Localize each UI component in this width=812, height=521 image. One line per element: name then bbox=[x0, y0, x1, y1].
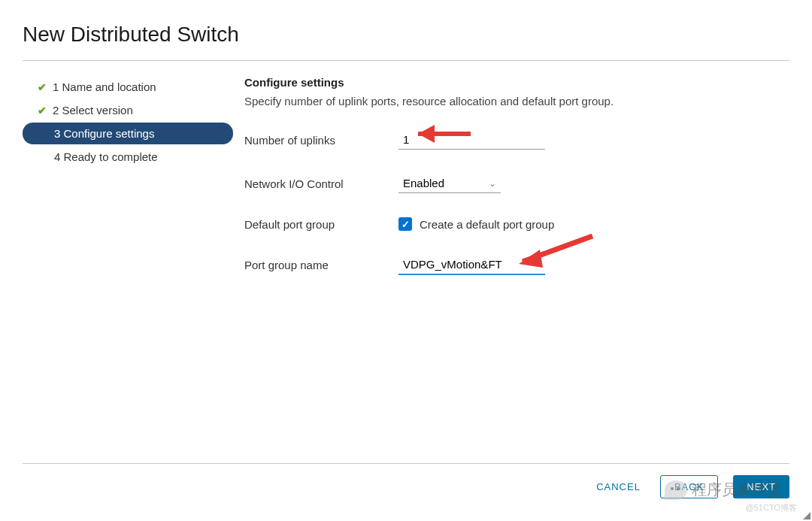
back-button[interactable]: BACK bbox=[660, 475, 718, 498]
nioc-label: Network I/O Control bbox=[244, 177, 398, 190]
chevron-down-icon: ⌄ bbox=[489, 178, 496, 189]
check-icon: ✔ bbox=[38, 105, 47, 117]
watermark-bottom: @51CTO博客 bbox=[746, 502, 797, 513]
step-label: 4 Ready to complete bbox=[54, 150, 158, 163]
check-icon: ✔ bbox=[38, 81, 47, 93]
row-default-port-group: Default port group ✓ Create a default po… bbox=[244, 217, 789, 231]
row-nioc: Network I/O Control Enabled ⌄ bbox=[244, 174, 789, 193]
default-pg-label: Default port group bbox=[244, 218, 398, 231]
default-pg-checkbox[interactable]: ✓ bbox=[398, 217, 412, 231]
uplinks-label: Number of uplinks bbox=[244, 134, 398, 147]
step-configure-settings[interactable]: 3 Configure settings bbox=[23, 123, 233, 144]
step-label: 1 Name and location bbox=[53, 80, 156, 93]
resize-handle-icon[interactable] bbox=[803, 512, 810, 519]
default-pg-checkbox-label: Create a default port group bbox=[420, 218, 554, 231]
pg-name-label: Port group name bbox=[244, 259, 398, 271]
step-ready-complete[interactable]: 4 Ready to complete bbox=[23, 146, 233, 168]
dialog-footer: CANCEL BACK NEXT bbox=[23, 463, 789, 498]
section-description: Specify number of uplink ports, resource… bbox=[244, 95, 789, 108]
pg-name-input[interactable] bbox=[398, 255, 545, 275]
cancel-button[interactable]: CANCEL bbox=[592, 475, 645, 498]
divider bbox=[23, 60, 789, 61]
dialog-title: New Distributed Switch bbox=[23, 23, 789, 47]
section-heading: Configure settings bbox=[244, 76, 789, 89]
step-label: 3 Configure settings bbox=[54, 127, 154, 140]
next-button[interactable]: NEXT bbox=[733, 475, 789, 498]
nioc-value: Enabled bbox=[403, 177, 444, 189]
row-port-group-name: Port group name bbox=[244, 255, 789, 275]
step-select-version[interactable]: ✔ 2 Select version bbox=[23, 99, 233, 121]
step-label: 2 Select version bbox=[53, 104, 133, 117]
wizard-steps: ✔ 1 Name and location ✔ 2 Select version… bbox=[23, 76, 233, 299]
row-uplinks: Number of uplinks bbox=[244, 130, 789, 150]
step-name-location[interactable]: ✔ 1 Name and location bbox=[23, 76, 233, 98]
uplinks-input[interactable] bbox=[398, 130, 545, 150]
nioc-select[interactable]: Enabled ⌄ bbox=[398, 174, 501, 193]
main-pane: Configure settings Specify number of upl… bbox=[233, 76, 789, 299]
